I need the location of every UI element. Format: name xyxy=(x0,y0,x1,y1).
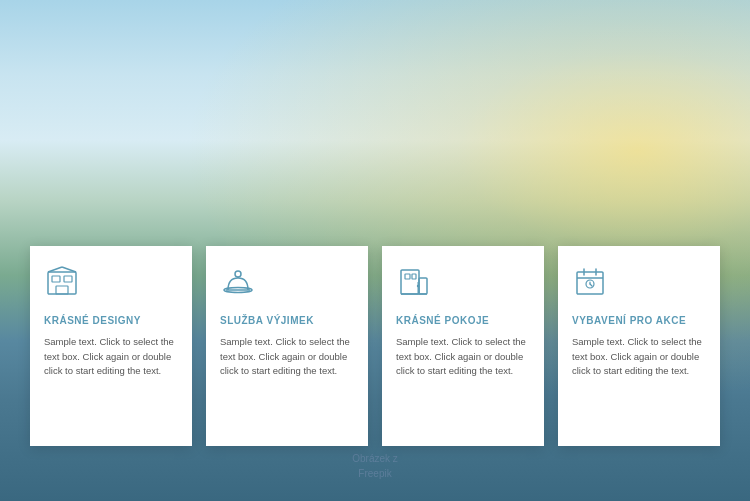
events-icon xyxy=(572,264,706,304)
card-4-text: Sample text. Click to select the text bo… xyxy=(572,335,706,379)
svg-point-15 xyxy=(417,285,419,287)
svg-rect-3 xyxy=(56,286,68,294)
card-sluzba-vyjimek: SLUŽBA VÝJIMEK Sample text. Click to sel… xyxy=(206,246,368,446)
svg-rect-11 xyxy=(419,278,427,294)
svg-rect-12 xyxy=(405,274,410,279)
svg-point-7 xyxy=(235,271,241,277)
cards-container: KRÁSNÉ DESIGNY Sample text. Click to sel… xyxy=(30,246,720,446)
svg-line-23 xyxy=(590,284,592,286)
card-krasne-pokoje: KRÁSNÉ POKOJE Sample text. Click to sele… xyxy=(382,246,544,446)
image-credit: Obrázek z Freepik xyxy=(352,451,398,481)
card-1-text: Sample text. Click to select the text bo… xyxy=(44,335,178,379)
svg-rect-1 xyxy=(52,276,60,282)
card-3-title: KRÁSNÉ POKOJE xyxy=(396,314,530,327)
card-2-title: SLUŽBA VÝJIMEK xyxy=(220,314,354,327)
card-vybaveni-pro-akce: VYBAVENÍ PRO AKCE Sample text. Click to … xyxy=(558,246,720,446)
card-3-text: Sample text. Click to select the text bo… xyxy=(396,335,530,379)
rooms-icon xyxy=(396,264,530,304)
svg-rect-0 xyxy=(48,272,76,294)
card-1-title: KRÁSNÉ DESIGNY xyxy=(44,314,178,327)
svg-rect-13 xyxy=(412,274,416,279)
card-2-text: Sample text. Click to select the text bo… xyxy=(220,335,354,379)
service-icon xyxy=(220,264,354,304)
card-krasne-designy: KRÁSNÉ DESIGNY Sample text. Click to sel… xyxy=(30,246,192,446)
card-4-title: VYBAVENÍ PRO AKCE xyxy=(572,314,706,327)
hotel-design-icon xyxy=(44,264,178,304)
svg-rect-2 xyxy=(64,276,72,282)
